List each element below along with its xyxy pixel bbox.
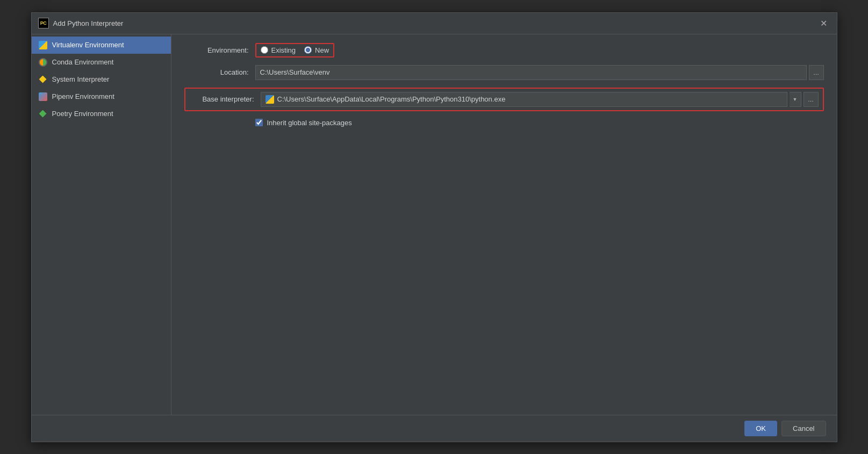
environment-radio-group: Existing New [261, 46, 329, 54]
location-input[interactable] [255, 65, 807, 80]
existing-radio[interactable] [261, 46, 268, 54]
interpreter-browse-button[interactable]: … [804, 92, 819, 107]
location-input-wrapper: … [255, 65, 824, 80]
interpreter-path: C:\Users\Surface\AppData\Local\Programs\… [277, 95, 783, 103]
environment-label: Environment: [184, 46, 249, 54]
sidebar-item-poetry[interactable]: Poetry Environment [32, 105, 171, 122]
new-radio-option[interactable]: New [304, 46, 329, 54]
sidebar-item-label: Conda Environment [52, 58, 114, 66]
interpreter-select-wrapper: C:\Users\Surface\AppData\Local\Programs\… [261, 92, 819, 107]
dialog-title: Add Python Interpreter [53, 19, 124, 27]
dialog-titlebar: PC Add Python Interpreter ✕ [32, 13, 837, 34]
base-interpreter-highlight-box: Base interpreter: C:\Users\Surface\AppDa… [184, 88, 824, 111]
virtualenv-icon [38, 40, 48, 50]
system-icon [38, 75, 48, 84]
close-button[interactable]: ✕ [817, 17, 830, 30]
sidebar-item-label: Virtualenv Environment [52, 41, 124, 49]
cancel-button[interactable]: Cancel [781, 421, 826, 436]
sidebar-item-label: Poetry Environment [52, 110, 113, 118]
sidebar-item-conda[interactable]: Conda Environment [32, 54, 171, 71]
python-icon [266, 95, 274, 104]
existing-radio-label: Existing [271, 46, 296, 54]
location-label: Location: [184, 68, 249, 76]
conda-icon [38, 57, 48, 67]
main-content: Environment: Existing New [171, 34, 837, 415]
dialog-body: Virtualenv Environment Conda Environment… [32, 34, 837, 415]
new-radio[interactable] [304, 46, 312, 54]
sidebar-item-pipenv[interactable]: Pipenv Environment [32, 88, 171, 105]
existing-radio-option[interactable]: Existing [261, 46, 296, 54]
environment-highlight-box: Existing New [255, 43, 335, 57]
inherit-packages-checkbox[interactable] [255, 119, 263, 126]
poetry-icon [38, 109, 48, 119]
base-interpreter-label: Base interpreter: [190, 95, 254, 103]
location-row: Location: … [184, 65, 824, 80]
pipenv-icon [38, 92, 48, 102]
sidebar: Virtualenv Environment Conda Environment… [32, 34, 171, 415]
sidebar-item-system[interactable]: System Interpreter [32, 71, 171, 88]
new-radio-label: New [315, 46, 329, 54]
pycharm-icon: PC [38, 18, 49, 28]
interpreter-dropdown-arrow[interactable]: ▼ [790, 92, 801, 107]
dialog-footer: OK Cancel [32, 415, 837, 442]
sidebar-item-virtualenv[interactable]: Virtualenv Environment [32, 37, 171, 54]
location-browse-button[interactable]: … [809, 65, 824, 80]
interpreter-display: C:\Users\Surface\AppData\Local\Programs\… [261, 92, 787, 107]
sidebar-item-label: System Interpreter [52, 75, 110, 83]
environment-row: Environment: Existing New [184, 43, 824, 57]
add-python-interpreter-dialog: PC Add Python Interpreter ✕ Virtualenv E… [31, 12, 837, 442]
ok-button[interactable]: OK [744, 421, 777, 436]
inherit-packages-label[interactable]: Inherit global site-packages [267, 119, 352, 127]
sidebar-item-label: Pipenv Environment [52, 92, 114, 100]
inherit-packages-row: Inherit global site-packages [255, 119, 824, 127]
title-left: PC Add Python Interpreter [38, 18, 124, 28]
